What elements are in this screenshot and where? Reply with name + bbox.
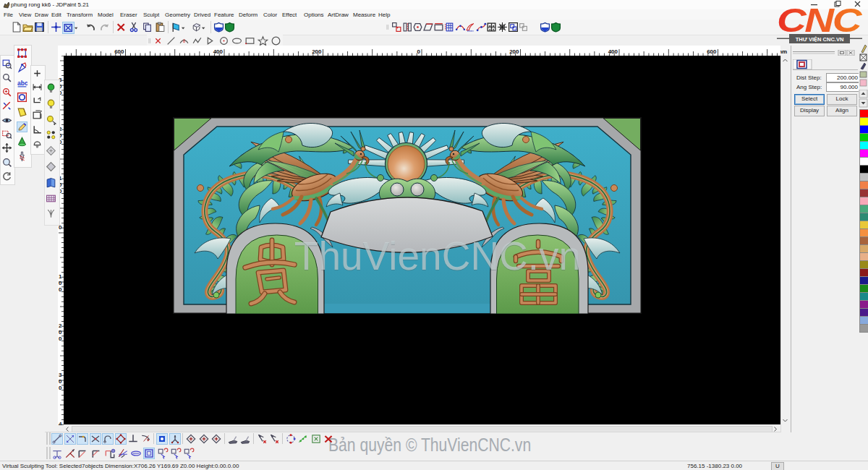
svg-text:3: 3 [59,372,62,378]
svg-text:ThuVienCNC.vn: ThuVienCNC.vn [294,234,581,278]
svg-text:400: 400 [608,48,618,55]
svg-text:abc: abc [17,80,27,87]
svg-text:0: 0 [417,48,421,55]
svg-text:2: 2 [59,322,62,329]
svg-text:400: 400 [213,48,224,55]
svg-text:200: 200 [509,48,519,55]
svg-text:THƯ VIỆN CNC.VN: THƯ VIỆN CNC.VN [796,36,844,43]
svg-text:0: 0 [59,385,62,391]
svg-text:0: 0 [59,329,62,336]
svg-text:200: 200 [312,48,322,55]
svg-text:0: 0 [59,280,62,286]
svg-text:1: 1 [59,273,62,280]
svg-text:600: 600 [707,48,717,55]
svg-text:0: 0 [59,378,62,385]
svg-text:CNC: CNC [777,4,862,39]
svg-text:0: 0 [59,286,62,293]
svg-text:600: 600 [114,48,124,55]
svg-text:4: 4 [59,421,62,425]
svg-text:0: 0 [59,336,62,342]
